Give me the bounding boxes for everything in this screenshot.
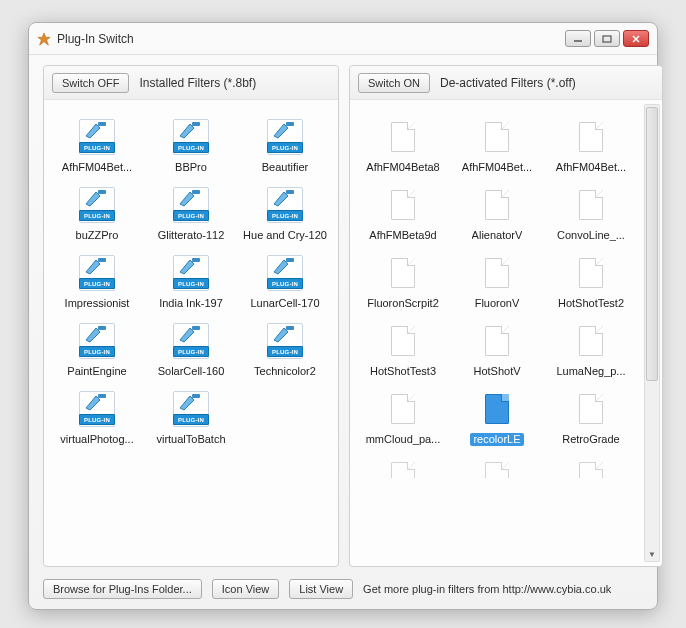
off-file-icon [382,184,424,226]
plugin-file-icon: PLUG-IN [264,184,306,226]
item-label: LumaNeg_p... [556,365,625,378]
browse-folder-button[interactable]: Browse for Plug-Ins Folder... [43,579,202,599]
list-item[interactable]: PLUG-IN LunarCell-170 [238,250,332,318]
scroll-down-arrow[interactable]: ▼ [645,547,659,561]
item-label: AfhFM04Bet... [62,161,132,174]
off-file-icon [382,252,424,294]
plugin-file-icon: PLUG-IN [76,320,118,362]
item-label: recolorLE [470,433,523,446]
list-item[interactable]: PLUG-IN PaintEngine [50,318,144,386]
list-item[interactable]: PLUG-IN Hue and Cry-120 [238,182,332,250]
item-label: AfhFM04Bet... [556,161,626,174]
main-window: Plug-In Switch Switch OFF Installed Filt… [28,22,658,610]
list-item[interactable]: PLUG-IN Technicolor2 [238,318,332,386]
list-item[interactable]: AfhFM04Beta8 [356,114,450,182]
item-label: AfhFM04Beta8 [366,161,439,174]
list-item[interactable]: FluoronScrpit2 [356,250,450,318]
plugin-file-icon: PLUG-IN [264,252,306,294]
item-label: Glitterato-112 [158,229,225,242]
off-file-icon [570,252,612,294]
list-item[interactable]: PLUG-IN Impressionist [50,250,144,318]
info-text: Get more plug-in filters from http://www… [363,583,643,595]
svg-rect-7 [286,122,294,126]
list-item[interactable]: PLUG-IN Beautifier [238,114,332,182]
list-item[interactable]: PLUG-IN BBPro [144,114,238,182]
svg-rect-17 [98,394,106,398]
plugin-file-icon: PLUG-IN [264,320,306,362]
svg-rect-15 [192,326,200,330]
svg-marker-0 [38,32,50,44]
scroll-thumb[interactable] [646,107,658,381]
plugin-file-icon: PLUG-IN [170,184,212,226]
list-item[interactable]: RetroGrade [544,386,638,454]
list-item[interactable]: AfhFM04Bet... [450,114,544,182]
window-controls [565,30,649,47]
installed-grid[interactable]: PLUG-IN AfhFM04Bet... PLUG-IN BBPro PLUG… [44,100,338,566]
item-label: SolarCell-160 [158,365,225,378]
list-item[interactable]: PLUG-IN Glitterato-112 [144,182,238,250]
list-item[interactable]: HotShotTest2 [544,250,638,318]
off-file-icon [476,252,518,294]
list-item[interactable]: PLUG-IN India Ink-197 [144,250,238,318]
list-item[interactable]: ConvoLine_... [544,182,638,250]
list-item[interactable]: PLUG-IN virtualToBatch [144,386,238,454]
list-item[interactable]: AfhFMBeta9d [356,182,450,250]
list-item[interactable]: HotShotTest3 [356,318,450,386]
switch-off-button[interactable]: Switch OFF [52,73,129,93]
list-item[interactable]: PLUG-IN buZZPro [50,182,144,250]
list-item[interactable]: PLUG-IN AfhFM04Bet... [50,114,144,182]
list-item[interactable]: mmCloud_pa... [356,386,450,454]
item-label: buZZPro [76,229,119,242]
item-label: BBPro [175,161,207,174]
plugin-file-icon: PLUG-IN [170,320,212,362]
close-button[interactable] [623,30,649,47]
list-item[interactable]: AlienatorV [450,182,544,250]
plugin-file-icon: PLUG-IN [170,388,212,430]
off-file-icon [382,116,424,158]
deactivated-grid[interactable]: ▲ ▼ AfhFM04Beta8 AfhFM04Bet... AfhFM04Be… [350,100,662,566]
item-label: FluoronV [475,297,520,310]
list-item[interactable]: HotShotV [450,318,544,386]
scrollbar[interactable]: ▲ ▼ [644,104,660,562]
body: Switch OFF Installed Filters (*.8bf) PLU… [29,55,657,609]
list-item[interactable] [450,454,544,478]
list-item[interactable]: LumaNeg_p... [544,318,638,386]
off-file-icon [570,116,612,158]
installed-panel: Switch OFF Installed Filters (*.8bf) PLU… [43,65,339,567]
item-label: virtualPhotog... [60,433,133,446]
list-item[interactable]: recolorLE [450,386,544,454]
window-title: Plug-In Switch [57,32,565,46]
item-label: India Ink-197 [159,297,223,310]
item-label: Technicolor2 [254,365,316,378]
item-label: PaintEngine [67,365,126,378]
plugin-file-icon: PLUG-IN [170,116,212,158]
list-item[interactable]: AfhFM04Bet... [544,114,638,182]
svg-rect-8 [98,190,106,194]
deactivated-title: De-activated Filters (*.off) [440,76,576,90]
list-item[interactable] [544,454,638,478]
list-item[interactable]: FluoronV [450,250,544,318]
plugin-file-icon: PLUG-IN [76,184,118,226]
installed-header: Switch OFF Installed Filters (*.8bf) [44,66,338,100]
icon-view-button[interactable]: Icon View [212,579,280,599]
svg-rect-2 [603,36,611,42]
plugin-file-icon: PLUG-IN [170,252,212,294]
list-item[interactable]: PLUG-IN SolarCell-160 [144,318,238,386]
item-label: FluoronScrpit2 [367,297,439,310]
maximize-button[interactable] [594,30,620,47]
bottom-bar: Browse for Plug-Ins Folder... Icon View … [43,577,643,599]
minimize-button[interactable] [565,30,591,47]
switch-on-button[interactable]: Switch ON [358,73,430,93]
plugin-file-icon: PLUG-IN [264,116,306,158]
off-file-icon [382,456,424,467]
item-label: AlienatorV [472,229,523,242]
list-item[interactable]: PLUG-IN virtualPhotog... [50,386,144,454]
list-item[interactable] [356,454,450,478]
list-view-button[interactable]: List View [289,579,353,599]
titlebar[interactable]: Plug-In Switch [29,23,657,55]
item-label: mmCloud_pa... [366,433,441,446]
off-file-icon [476,388,518,430]
item-label: AfhFMBeta9d [369,229,436,242]
item-label: HotShotTest3 [370,365,436,378]
svg-rect-18 [192,394,200,398]
